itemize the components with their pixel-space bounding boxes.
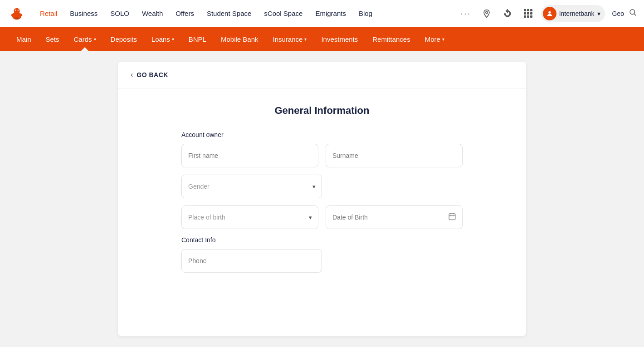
birth-row: Place of birth Tbilisi Batumi ▾ xyxy=(181,205,463,229)
grid-apps-icon[interactable] xyxy=(520,5,537,22)
insurance-chevron-icon: ▾ xyxy=(304,37,307,42)
place-of-birth-select[interactable]: Place of birth Tbilisi Batumi xyxy=(181,205,318,229)
svg-point-1 xyxy=(14,8,20,14)
date-of-birth-wrapper xyxy=(326,205,463,229)
subnav-bnpl[interactable]: BNPL xyxy=(181,27,214,51)
nav-student-space[interactable]: Student Space xyxy=(200,10,258,17)
page-content: ‹ GO BACK General Information Account ow… xyxy=(0,51,644,347)
nav-business[interactable]: Business xyxy=(63,10,104,17)
form-card: ‹ GO BACK General Information Account ow… xyxy=(118,62,526,336)
subnav-cards[interactable]: Cards ▾ xyxy=(67,27,103,51)
top-navigation: Retail Business SOLO Wealth Offers Stude… xyxy=(0,0,644,27)
nav-wealth[interactable]: Wealth xyxy=(136,10,169,17)
sub-navigation: Main Sets Cards ▾ Deposits Loans ▾ BNPL … xyxy=(0,27,644,51)
logo[interactable] xyxy=(7,4,26,23)
subnav-main[interactable]: Main xyxy=(9,27,39,51)
contact-info-section: Contact Info xyxy=(181,236,463,273)
nav-solo[interactable]: SOLO xyxy=(104,10,136,17)
cards-chevron-icon: ▾ xyxy=(94,37,96,42)
subnav-sets[interactable]: Sets xyxy=(39,27,67,51)
user-account-button[interactable]: Internetbank ▾ xyxy=(541,5,605,22)
more-options-icon[interactable]: ··· xyxy=(458,5,474,22)
nav-retail[interactable]: Retail xyxy=(34,10,63,17)
gender-select[interactable]: Gender Male Female xyxy=(181,175,322,198)
top-nav-right: ··· Internetbank ▾ Geo xyxy=(458,5,637,22)
surname-input[interactable] xyxy=(326,144,463,167)
nav-scool-space[interactable]: sCool Space xyxy=(258,10,309,17)
svg-point-6 xyxy=(15,17,19,20)
back-arrow-icon: ‹ xyxy=(131,71,133,79)
first-name-input[interactable] xyxy=(181,144,318,167)
phone-input[interactable] xyxy=(181,249,322,273)
form-body: General Information Account owner Gender… xyxy=(118,88,526,296)
user-label: Internetbank xyxy=(559,10,595,17)
subnav-more[interactable]: More ▾ xyxy=(418,27,452,51)
account-owner-section: Account owner Gender Male Female ▾ xyxy=(181,131,463,229)
nav-offers[interactable]: Offers xyxy=(169,10,200,17)
avatar xyxy=(543,7,556,20)
search-button[interactable] xyxy=(629,8,637,19)
top-nav-links: Retail Business SOLO Wealth Offers Stude… xyxy=(34,10,456,17)
go-back-button[interactable]: ‹ GO BACK xyxy=(118,62,526,88)
subnav-mobile-bank[interactable]: Mobile Bank xyxy=(214,27,266,51)
svg-line-10 xyxy=(634,14,636,15)
account-owner-label: Account owner xyxy=(181,131,463,138)
svg-point-4 xyxy=(15,10,16,10)
geo-button[interactable]: Geo xyxy=(612,10,624,17)
location-icon[interactable] xyxy=(478,5,495,22)
contact-info-label: Contact Info xyxy=(181,236,463,244)
user-dropdown-icon: ▾ xyxy=(597,10,600,17)
phone-row xyxy=(181,249,322,273)
svg-point-9 xyxy=(630,10,635,15)
subnav-investments[interactable]: Investments xyxy=(314,27,365,51)
subnav-remittances[interactable]: Remittances xyxy=(365,27,417,51)
nav-blog[interactable]: Blog xyxy=(352,10,379,17)
subnav-insurance[interactable]: Insurance ▾ xyxy=(266,27,314,51)
date-of-birth-input[interactable] xyxy=(326,205,463,229)
name-row xyxy=(181,144,463,167)
loans-chevron-icon: ▾ xyxy=(172,37,174,42)
more-chevron-icon: ▾ xyxy=(442,37,444,42)
gender-row: Gender Male Female ▾ xyxy=(181,175,322,198)
place-of-birth-wrapper: Place of birth Tbilisi Batumi ▾ xyxy=(181,205,318,229)
refresh-icon[interactable] xyxy=(499,5,516,22)
svg-point-5 xyxy=(18,10,19,10)
form-title: General Information xyxy=(181,105,463,117)
gender-select-wrapper: Gender Male Female ▾ xyxy=(181,175,322,198)
go-back-label: GO BACK xyxy=(137,71,168,78)
svg-point-8 xyxy=(548,11,551,13)
subnav-loans[interactable]: Loans ▾ xyxy=(144,27,181,51)
nav-emigrants[interactable]: Emigrants xyxy=(309,10,352,17)
svg-point-7 xyxy=(486,11,488,13)
subnav-deposits[interactable]: Deposits xyxy=(103,27,144,51)
